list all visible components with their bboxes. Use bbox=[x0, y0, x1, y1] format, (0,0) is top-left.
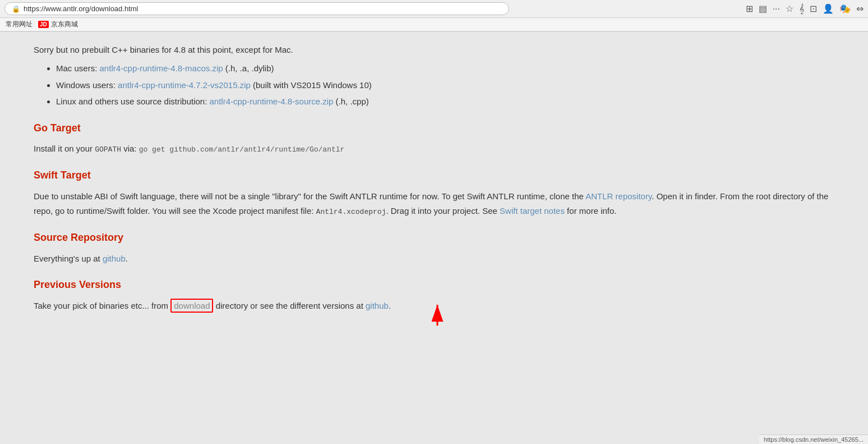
list-item-mac: Mac users: antlr4-cpp-runtime-4.8-macos.… bbox=[56, 61, 834, 76]
page-content: Sorry but no prebuilt C++ binaries for 4… bbox=[0, 32, 868, 414]
source-repository-title: Source Repository bbox=[34, 230, 834, 246]
jd-logo: JD bbox=[38, 21, 49, 28]
status-bar: https://blog.csdn.net/weixin_45265... bbox=[759, 434, 868, 444]
mac-link[interactable]: antlr4-cpp-runtime-4.8-macos.zip bbox=[100, 63, 223, 73]
list-item-windows: Windows users: antlr4-cpp-runtime-4.7.2-… bbox=[56, 78, 834, 93]
previous-versions-text-area: Take your pick of binaries etc... from d… bbox=[34, 299, 834, 313]
mac-suffix: (.h, .a, .dylib) bbox=[223, 63, 274, 73]
browser-chrome: 🔒 https://www.antlr.org/download.html ⊞ … bbox=[0, 0, 868, 32]
go-target-section: Go Target Install it on your GOPATH via:… bbox=[34, 120, 834, 157]
linux-suffix: (.h, .cpp) bbox=[333, 97, 368, 106]
bookmarks-bar: 常用网址 JD 京东商城 bbox=[0, 18, 868, 31]
extensions-icon[interactable]: 🎭 bbox=[839, 3, 851, 14]
nav-icons: ⊞ ▤ ··· ☆ 𝄞 ⊡ 👤 🎭 ⇔ bbox=[746, 3, 864, 14]
linux-prefix: Linux and others use source distribution… bbox=[56, 97, 210, 106]
go-text-via: via: bbox=[121, 144, 139, 153]
address-bar-row: 🔒 https://www.antlr.org/download.html ⊞ … bbox=[0, 0, 868, 18]
windows-link[interactable]: antlr4-cpp-runtime-4.7.2-vs2015.zip bbox=[118, 80, 251, 90]
windows-prefix: Windows users: bbox=[56, 80, 118, 90]
bookmark-jd[interactable]: JD 京东商城 bbox=[38, 20, 78, 29]
go-target-text: Install it on your GOPATH via: go get gi… bbox=[34, 141, 834, 156]
star-icon[interactable]: ☆ bbox=[786, 3, 793, 14]
prev-middle: directory or see the different versions … bbox=[213, 301, 366, 310]
antlr-repo-link[interactable]: ANTLR repository bbox=[585, 191, 652, 201]
mac-prefix: Mac users: bbox=[56, 63, 100, 73]
swift-p3: . Drag it into your project. See bbox=[386, 206, 500, 216]
jd-label: 京东商城 bbox=[51, 20, 78, 29]
swift-target-text: Due to unstable ABI of Swift language, t… bbox=[34, 189, 834, 218]
reader-icon[interactable]: ▤ bbox=[759, 3, 767, 14]
previous-versions-section: Previous Versions Take your pick of bina… bbox=[34, 277, 834, 313]
prev-prefix: Take your pick of binaries etc... from bbox=[34, 301, 170, 310]
swift-target-section: Swift Target Due to unstable ABI of Swif… bbox=[34, 167, 834, 218]
github-link-source[interactable]: github bbox=[103, 254, 126, 263]
red-arrow-annotation bbox=[415, 300, 460, 332]
list-item-linux: Linux and others use source distribution… bbox=[56, 94, 834, 109]
go-target-title: Go Target bbox=[34, 120, 834, 136]
swift-target-title: Swift Target bbox=[34, 167, 834, 184]
cpp-binaries-section: Sorry but no prebuilt C++ binaries for 4… bbox=[34, 43, 834, 109]
windows-suffix: (built with VS2015 Windows 10) bbox=[251, 80, 372, 90]
source-prefix: Everything's up at bbox=[34, 254, 103, 263]
profile-icon[interactable]: 👤 bbox=[823, 3, 834, 14]
qr-icon[interactable]: ⊞ bbox=[746, 3, 753, 14]
red-arrow-svg bbox=[415, 300, 460, 328]
lock-icon: 🔒 bbox=[12, 5, 20, 13]
source-repo-text: Everything's up at github. bbox=[34, 251, 834, 266]
swift-notes-link[interactable]: Swift target notes bbox=[500, 206, 565, 216]
url-box[interactable]: 🔒 https://www.antlr.org/download.html bbox=[4, 2, 509, 15]
gopath-code: GOPATH bbox=[95, 145, 121, 154]
prev-suffix: . bbox=[389, 301, 391, 310]
xcodeproj-code: Antlr4.xcodeproj bbox=[316, 208, 386, 216]
more-icon[interactable]: ··· bbox=[773, 4, 780, 14]
go-command: go get github.com/antlr/antlr4/runtime/G… bbox=[139, 145, 345, 154]
source-repository-section: Source Repository Everything's up at git… bbox=[34, 230, 834, 266]
status-url: https://blog.csdn.net/weixin_45265... bbox=[764, 436, 864, 443]
url-text: https://www.antlr.org/download.html bbox=[24, 4, 138, 13]
go-text-prefix: Install it on your bbox=[34, 144, 95, 153]
linux-link[interactable]: antlr4-cpp-runtime-4.8-source.zip bbox=[210, 97, 334, 106]
swift-p1: Due to unstable ABI of Swift language, t… bbox=[34, 191, 585, 201]
library-icon[interactable]: 𝄞 bbox=[799, 4, 804, 14]
github-link-prev[interactable]: github bbox=[366, 301, 389, 310]
sorry-text: Sorry but no prebuilt C++ binaries for 4… bbox=[34, 43, 834, 57]
bookmark-label: 常用网址 bbox=[6, 20, 33, 29]
previous-versions-title: Previous Versions bbox=[34, 277, 834, 293]
cpp-bullet-list: Mac users: antlr4-cpp-runtime-4.8-macos.… bbox=[56, 61, 834, 109]
split-icon[interactable]: ⇔ bbox=[856, 3, 864, 14]
bookmark-changyong[interactable]: 常用网址 bbox=[6, 20, 33, 29]
source-suffix: . bbox=[126, 254, 128, 263]
swift-p4: for more info. bbox=[565, 206, 617, 216]
reader-view-icon[interactable]: ⊡ bbox=[810, 3, 817, 14]
download-link[interactable]: download bbox=[170, 299, 213, 313]
